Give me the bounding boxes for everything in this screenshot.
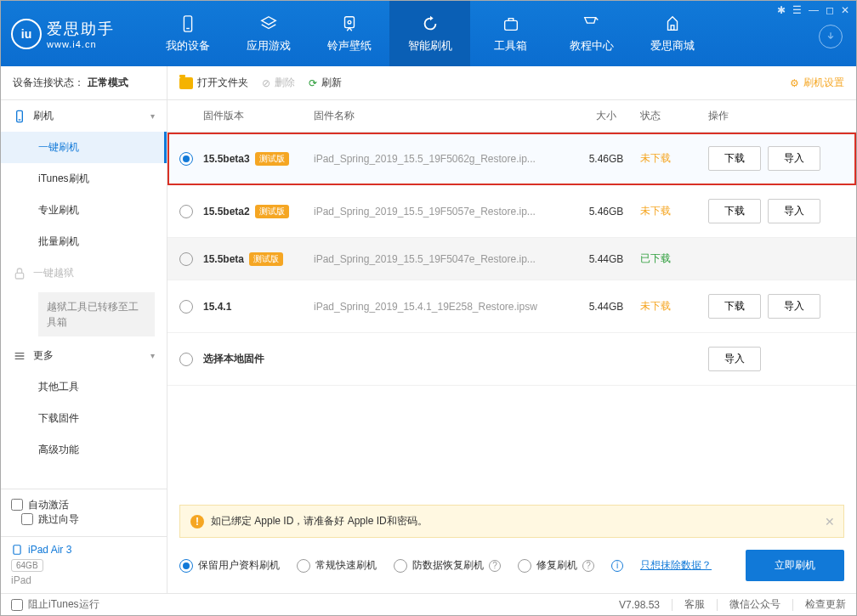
window-control[interactable]: ◻: [826, 4, 834, 16]
firmware-size: 5.46GB: [572, 153, 640, 165]
firmware-version: 15.4.1: [203, 301, 314, 313]
firmware-filename: iPad_Spring_2019_15.4.1_19E258_Restore.i…: [314, 301, 572, 313]
firmware-filename: iPad_Spring_2019_15.5_19F5062g_Restore.i…: [314, 153, 572, 165]
tab-icon: [421, 14, 440, 33]
help-icon[interactable]: ?: [489, 560, 501, 572]
sidebar-item[interactable]: 批量刷机: [1, 226, 167, 257]
sidebar-item[interactable]: 其他工具: [1, 371, 167, 403]
device-name: iPad Air 3: [28, 544, 71, 556]
flash-mode-option[interactable]: 常规快速刷机: [297, 558, 377, 573]
sidebar-item[interactable]: 高级功能: [1, 434, 167, 466]
sidebar-item[interactable]: 专业刷机: [1, 195, 167, 226]
erase-data-link[interactable]: 只想抹除数据？: [640, 558, 712, 573]
top-tab-3[interactable]: 智能刷机: [389, 1, 470, 66]
beta-tag: 测试版: [249, 252, 283, 266]
svg-rect-0: [184, 15, 191, 31]
row-radio[interactable]: [179, 252, 193, 266]
row-radio[interactable]: [179, 300, 193, 314]
device-type: iPad: [11, 574, 156, 586]
col-version: 固件版本: [203, 109, 314, 123]
row-radio[interactable]: [179, 205, 193, 218]
tab-icon: [582, 14, 601, 33]
block-itunes-checkbox[interactable]: 阻止iTunes运行: [11, 597, 99, 612]
window-control[interactable]: ✱: [777, 4, 786, 16]
firmware-filename: iPad_Spring_2019_15.5_19F5057e_Restore.i…: [314, 206, 572, 218]
mode-radio[interactable]: [179, 559, 193, 573]
window-control[interactable]: ☰: [792, 4, 802, 16]
top-nav: 我的设备应用游戏铃声壁纸智能刷机工具箱教程中心爱思商城: [147, 1, 712, 66]
device-storage-badge: 64GB: [11, 559, 43, 572]
status-label: 设备连接状态：: [13, 76, 84, 90]
firmware-status: 未下载: [640, 299, 708, 314]
firmware-size: 5.44GB: [572, 253, 640, 265]
support-link[interactable]: 客服: [684, 597, 705, 612]
skip-guide-checkbox[interactable]: 跳过向导: [21, 512, 79, 527]
svg-rect-5: [17, 110, 23, 122]
table-row[interactable]: 选择本地固件导入: [167, 333, 856, 386]
tab-icon: [663, 14, 682, 33]
info-icon[interactable]: i: [611, 560, 623, 572]
top-tab-6[interactable]: 爱思商城: [632, 1, 712, 66]
sidebar-item[interactable]: iTunes刷机: [1, 163, 167, 195]
download-button[interactable]: 下载: [708, 294, 761, 319]
jailbreak-moved-note: 越狱工具已转移至工具箱: [38, 292, 155, 336]
mode-radio[interactable]: [394, 559, 407, 573]
flash-now-button[interactable]: 立即刷机: [746, 550, 844, 581]
download-manager-button[interactable]: [819, 25, 843, 48]
svg-point-2: [348, 20, 351, 24]
sidebar-group-flash[interactable]: 刷机 ▾: [1, 100, 167, 132]
tab-icon: [259, 14, 278, 33]
table-row[interactable]: 15.5beta2测试版iPad_Spring_2019_15.5_19F505…: [167, 185, 856, 238]
table-row[interactable]: 15.4.1iPad_Spring_2019_15.4.1_19E258_Res…: [167, 280, 856, 333]
firmware-status: 未下载: [640, 151, 708, 166]
table-row[interactable]: 15.5beta3测试版iPad_Spring_2019_15.5_19F506…: [167, 133, 856, 185]
import-button[interactable]: 导入: [768, 146, 820, 171]
row-radio[interactable]: [179, 152, 193, 166]
firmware-version: 15.5beta3测试版: [203, 152, 314, 166]
wechat-link[interactable]: 微信公众号: [729, 597, 780, 612]
table-row[interactable]: 15.5beta测试版iPad_Spring_2019_15.5_19F5047…: [167, 238, 856, 280]
flash-mode-option[interactable]: 保留用户资料刷机: [179, 558, 280, 573]
flash-settings-button[interactable]: ⚙刷机设置: [790, 76, 844, 90]
flash-mode-option[interactable]: 防数据恢复刷机?: [394, 558, 501, 573]
check-update-link[interactable]: 检查更新: [805, 597, 846, 612]
import-button[interactable]: 导入: [768, 199, 820, 223]
device-panel[interactable]: iPad Air 3 64GB iPad: [1, 536, 167, 593]
top-tab-1[interactable]: 应用游戏: [228, 1, 309, 66]
tab-icon: [340, 14, 359, 33]
import-button[interactable]: 导入: [708, 347, 761, 371]
menu-icon: [13, 349, 26, 363]
download-button[interactable]: 下载: [708, 146, 761, 171]
chevron-down-icon: ▾: [150, 351, 155, 360]
col-size: 大小: [572, 109, 640, 123]
firmware-size: 5.44GB: [572, 301, 640, 313]
download-button[interactable]: 下载: [708, 199, 761, 223]
close-notice-button[interactable]: ✕: [825, 515, 835, 528]
delete-button: ⊘删除: [262, 76, 295, 90]
version-label: V7.98.53: [619, 599, 660, 611]
mode-radio[interactable]: [518, 559, 531, 573]
sidebar-item[interactable]: 一键刷机: [1, 132, 167, 163]
top-tab-5[interactable]: 教程中心: [551, 1, 632, 66]
refresh-button[interactable]: ⟳刷新: [309, 76, 342, 90]
window-control[interactable]: ✕: [841, 4, 849, 16]
svg-rect-4: [671, 25, 674, 30]
top-tab-4[interactable]: 工具箱: [470, 1, 551, 66]
col-name: 固件名称: [314, 109, 572, 123]
flash-mode-option[interactable]: 修复刷机?: [518, 558, 594, 573]
beta-tag: 测试版: [255, 205, 289, 218]
top-tab-2[interactable]: 铃声壁纸: [309, 1, 389, 66]
top-tab-0[interactable]: 我的设备: [147, 1, 228, 66]
firmware-filename: iPad_Spring_2019_15.5_19F5047e_Restore.i…: [314, 253, 572, 265]
auto-activate-checkbox[interactable]: 自动激活: [11, 498, 156, 512]
help-icon[interactable]: ?: [582, 560, 594, 572]
beta-tag: 测试版: [255, 152, 289, 166]
window-control[interactable]: —: [809, 4, 819, 16]
row-radio[interactable]: [179, 353, 193, 366]
import-button[interactable]: 导入: [768, 294, 820, 319]
sidebar-item[interactable]: 下载固件: [1, 403, 167, 434]
mode-radio[interactable]: [297, 559, 310, 573]
connection-status: 设备连接状态： 正常模式: [1, 66, 167, 100]
sidebar-group-more[interactable]: 更多 ▾: [1, 340, 167, 371]
open-folder-button[interactable]: 打开文件夹: [179, 76, 248, 90]
